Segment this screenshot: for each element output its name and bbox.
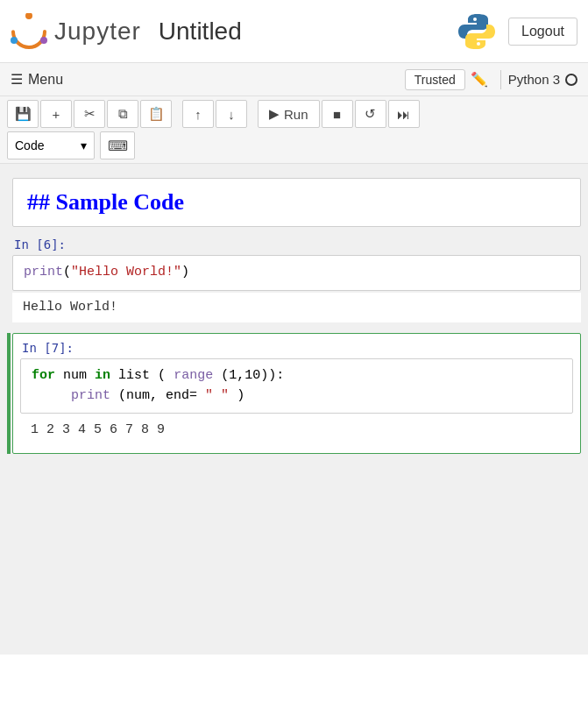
svg-point-1 (25, 13, 32, 19)
fast-forward-button[interactable]: ⏭ (388, 100, 420, 128)
code-fn-print: print (24, 265, 63, 280)
menu-button[interactable]: ☰ Menu (11, 71, 63, 88)
menubar: ☰ Menu Trusted ✏️ Python 3 (0, 63, 588, 96)
code-line-1: for num in list ( range (1,10)): (32, 366, 562, 386)
cell-1-input[interactable]: print("Hello World!") (12, 255, 581, 291)
cell-2-input[interactable]: for num in list ( range (1,10)): print (… (20, 358, 573, 414)
cell-1-label: In [6]: (12, 237, 581, 251)
code-cell-2[interactable]: In [7]: for num in list ( range (1,10)):… (12, 333, 581, 454)
notebook: ## Sample Code In [6]: print("Hello Worl… (0, 164, 588, 655)
copy-cell-button[interactable]: ⧉ (107, 100, 138, 128)
jupyter-brand-text: Jupyter (54, 18, 141, 46)
code-cell-1[interactable]: In [6]: print("Hello World!") Hello Worl… (12, 237, 581, 322)
kernel-status-circle (565, 74, 577, 86)
run-icon: ▶ (269, 106, 280, 122)
markdown-heading: ## Sample Code (27, 189, 566, 216)
svg-point-0 (13, 16, 45, 47)
code-str: "Hello World!" (71, 265, 181, 280)
toolbar: 💾 + ✂ ⧉ 📋 ↑ ↓ ▶ Run ■ ↺ ⏭ Code ▾ ⌨ (0, 96, 588, 164)
kernel-name: Python 3 (508, 72, 560, 87)
cell-type-select[interactable]: Code ▾ (7, 131, 95, 159)
interrupt-button[interactable]: ■ (322, 100, 353, 128)
insert-cell-button[interactable]: + (40, 100, 72, 128)
notebook-title: Untitled (159, 18, 456, 46)
kw-for: for (32, 368, 55, 383)
restart-button[interactable]: ↺ (355, 100, 386, 128)
hamburger-icon: ☰ (11, 71, 23, 88)
move-up-button[interactable]: ↑ (182, 100, 214, 128)
kw-in: in (95, 368, 110, 383)
code-cell-1-container: In [6]: print("Hello World!") Hello Worl… (7, 237, 581, 322)
cell-1-output: Hello World! (12, 293, 581, 323)
cell-type-value: Code (15, 138, 44, 152)
dropdown-chevron-icon: ▾ (81, 138, 87, 152)
run-label: Run (284, 107, 308, 122)
header: Jupyter Untitled Logout (0, 0, 588, 63)
fn-print2: print (71, 388, 110, 403)
python-logo (456, 11, 498, 53)
markdown-cell[interactable]: ## Sample Code (12, 178, 581, 227)
jupyter-logo: Jupyter (11, 13, 141, 50)
run-button[interactable]: ▶ Run (258, 100, 320, 128)
fn-range: range (174, 368, 213, 383)
cell-1-left-bar (7, 237, 11, 322)
trusted-button[interactable]: Trusted (405, 69, 465, 90)
svg-point-3 (11, 37, 18, 44)
divider (500, 70, 501, 89)
kernel-info: Python 3 (508, 72, 577, 87)
cell-2-label: In [7]: (20, 341, 573, 355)
cell-left-bar (7, 178, 11, 227)
markdown-cell-container: ## Sample Code (7, 178, 581, 227)
cut-cell-button[interactable]: ✂ (74, 100, 105, 128)
menu-label: Menu (28, 72, 63, 88)
edit-icon[interactable]: ✏️ (471, 71, 488, 88)
cell-2-left-bar (7, 333, 11, 454)
fn-list: list (118, 368, 150, 383)
code-cell-2-container: In [7]: for num in list ( range (1,10)):… (7, 333, 581, 454)
logout-button[interactable]: Logout (508, 18, 577, 46)
str-space: " " (205, 388, 229, 403)
cell-2-output: 1 2 3 4 5 6 7 8 9 (20, 415, 573, 446)
code-line-2: print (num, end= " " ) (32, 386, 562, 407)
move-down-button[interactable]: ↓ (216, 100, 247, 128)
keyboard-shortcuts-button[interactable]: ⌨ (100, 131, 135, 159)
svg-point-2 (40, 37, 47, 44)
paste-cell-button[interactable]: 📋 (140, 100, 172, 128)
jupyter-logo-icon (11, 13, 47, 50)
save-button[interactable]: 💾 (7, 100, 39, 128)
